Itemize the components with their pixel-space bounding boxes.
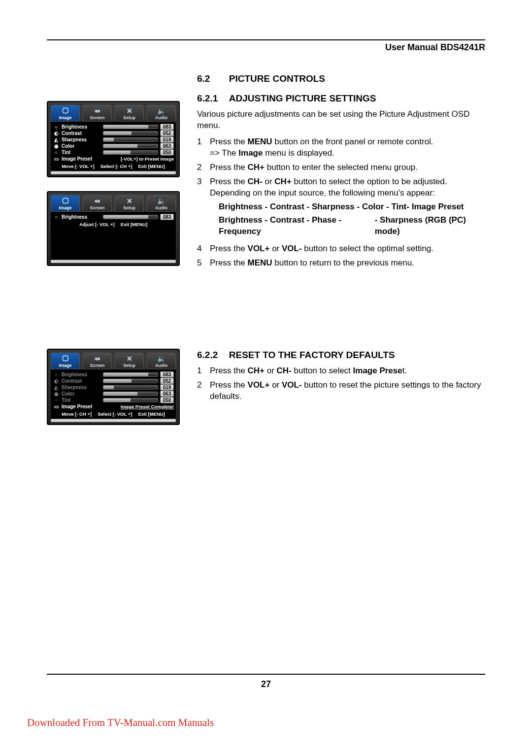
steps-list-2: 1 Press the CH+ or CH- button to select … [197,365,485,402]
screen-icon: ⇔ [83,355,111,363]
osd-menu-image-settings: 🖵 Image ⇔ Screen ✕ Setup 🔈 Audio [47,101,180,177]
step-5: 5 Press the MENU button to return to the… [197,258,485,269]
osd-tab-setup: ✕ Setup [115,353,144,369]
osd-tab-audio: 🔈 Audio [147,353,176,369]
osd-body: ☼ Brightness 083 ◐ Contrast 052 ◭ Sharpn… [51,122,176,170]
right-column-2: 6.2.2 RESET TO THE FACTORY DEFAULTS 1 Pr… [197,349,485,439]
setup-icon: ✕ [115,107,143,115]
header-title: User Manual BDS4241R [47,42,485,53]
color-icon: ◉ [53,143,60,149]
tint-icon: ○ [53,150,60,155]
osd-tab-image: 🖵 Image [51,353,80,369]
monitor-icon: 🖵 [51,355,79,363]
osd-tabs: 🖵 Image ⇔ Screen ✕ Setup 🔈 Audio [48,102,179,122]
osd-row-color: ◉ Color 063 [53,391,174,397]
monitor-icon: 🖵 [51,197,79,205]
section-6-2-1-heading: 6.2.1 ADJUSTING PICTURE SETTINGS [197,92,485,105]
osd-footer-bar [51,419,176,422]
brightness-icon: ☼ [53,372,60,377]
sharpness-icon: ◭ [53,137,60,142]
osd-hints: Move [- CH +] Select [- VOL +] Exit [MEN… [53,410,174,417]
mode-bullets: Brightness - Contrast - Sharpness - Colo… [219,201,485,237]
osd-tab-setup: ✕ Setup [115,195,144,212]
osd-tab-screen: ⇔ Screen [83,353,112,369]
osd-body: ○ Brightness 083 Adjust [- VOL +] Exit [… [51,212,176,259]
section-6-2-heading: 6.2 PICTURE CONTROLS [197,72,485,85]
osd-row-sharpness: ◭ Sharpness 019 [53,136,174,143]
steps-list: 1 Press the MENU button on the front pan… [197,136,485,269]
osd-tab-audio: 🔈 Audio [147,195,176,212]
step-3: 3 Press the CH- or CH+ button to select … [197,176,485,241]
osd-row-sharpness: ◭ Sharpness 019 [53,384,174,391]
setup-icon: ✕ [115,197,143,205]
osd-footer-bar [51,171,176,174]
osd-row-brightness: ○ Brightness 083 [53,214,174,220]
osd-footer-bar [51,260,176,263]
osd-menu-brightness-adjust: 🖵 Image ⇔ Screen ✕ Setup 🔈 Audio [47,191,180,266]
osd-row-contrast: ◐ Contrast 052 [53,378,174,384]
osd-tabs: 🖵 Image ⇔ Screen ✕ Setup 🔈 Audio [48,192,179,212]
brightness-icon: ○ [53,214,60,220]
brightness-icon: ☼ [53,124,60,130]
osd-row-contrast: ◐ Contrast 052 [53,130,174,136]
setup-icon: ✕ [115,355,143,363]
sharpness-icon: ◭ [53,385,60,390]
osd-row-image-preset: ▭ Image Preset Image Preset Complete! [53,403,174,410]
screen-icon: ⇔ [83,107,111,115]
osd-row-color: ◉ Color 063 [53,143,174,149]
step-2: 2 Press the CH+ button to enter the sele… [197,162,485,173]
osd-menu-image-preset-complete: 🖵 Image ⇔ Screen ✕ Setup 🔈 Audio [47,349,180,425]
osd-hints: Move [- VOL +] Select [- CH +] Exit [MEN… [53,162,174,169]
footer-rule [47,674,485,675]
osd-row-tint: ○ Tint 050 [53,149,174,156]
screen-icon: ⇔ [83,197,111,205]
osd-row-tint: ○ Tint 050 [53,397,174,403]
audio-icon: 🔈 [147,107,175,115]
osd-hints: Adjust [- VOL +] Exit [MENU] [53,220,174,228]
header-rule [47,39,485,40]
right-column: 6.2 PICTURE CONTROLS 6.2.1 ADJUSTING PIC… [197,72,485,280]
color-icon: ◉ [53,391,60,396]
left-column-2: 🖵 Image ⇔ Screen ✕ Setup 🔈 Audio [47,349,185,439]
step-4: 4 Press the VOL+ or VOL- button to selec… [197,243,485,255]
osd-tab-audio: 🔈 Audio [147,105,176,122]
osd-tab-image: 🖵 Image [51,105,80,122]
contrast-icon: ◐ [53,378,60,384]
download-source-text: Downloaded From TV-Manual.com Manuals [27,717,214,729]
monitor-icon: 🖵 [51,107,79,115]
step-1: 1 Press the CH+ or CH- button to select … [197,365,485,377]
preset-icon: ▭ [53,404,60,409]
osd-body: ☼ Brightness 083 ◐ Contrast 052 ◭ Sharpn… [51,369,176,418]
osd-row-image-preset: ▭ Image Preset [-VOL+] to Preset Image [53,156,174,162]
section-6-2-2-heading: 6.2.2 RESET TO THE FACTORY DEFAULTS [197,349,485,362]
intro-text: Various picture adjustments can be set u… [197,109,485,131]
preset-icon: ▭ [53,156,60,162]
left-column: 🖵 Image ⇔ Screen ✕ Setup 🔈 Audio [47,72,185,280]
osd-row-brightness: ☼ Brightness 083 [53,124,174,130]
page-number: 27 [0,679,532,690]
osd-tab-screen: ⇔ Screen [83,195,112,212]
contrast-icon: ◐ [53,131,60,136]
osd-tab-image: 🖵 Image [51,195,80,212]
step-1: 1 Press the MENU button on the front pan… [197,136,485,159]
step-2: 2 Press the VOL+ or VOL- button to reset… [197,380,485,402]
osd-row-brightness: ☼ Brightness 083 [53,371,174,378]
osd-tabs: 🖵 Image ⇔ Screen ✕ Setup 🔈 Audio [48,350,179,369]
audio-icon: 🔈 [147,197,175,205]
tint-icon: ○ [53,397,60,403]
osd-tab-setup: ✕ Setup [115,105,144,122]
osd-tab-screen: ⇔ Screen [83,105,112,122]
audio-icon: 🔈 [147,355,175,363]
